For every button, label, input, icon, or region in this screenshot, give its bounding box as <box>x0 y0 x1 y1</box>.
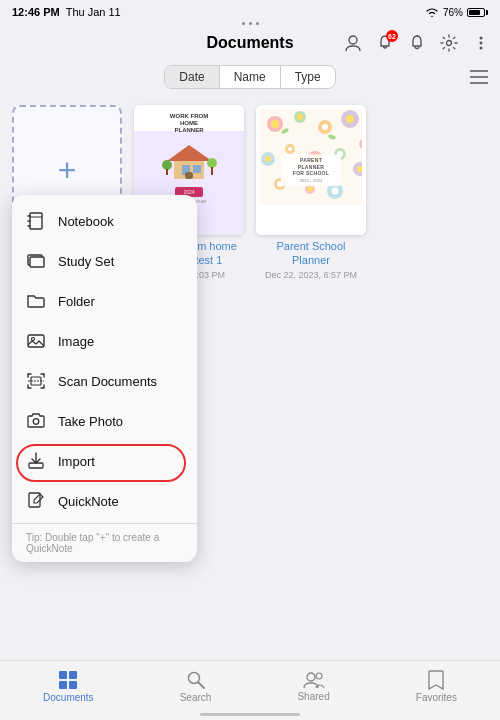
tab-search-label: Search <box>180 692 212 703</box>
profile-icon[interactable] <box>342 32 364 54</box>
svg-rect-48 <box>30 213 42 229</box>
status-bar: 12:46 PM Thu Jan 11 76% <box>0 0 500 24</box>
svg-point-56 <box>32 338 35 341</box>
menu-label-photo: Take Photo <box>58 414 123 429</box>
menu-label-scan: Scan Documents <box>58 374 157 389</box>
psp-floral-bg: PARENTPLANNERFOR SCHOOL 2023 – 2024 <box>260 109 362 231</box>
tab-shared-icon <box>303 671 325 689</box>
svg-point-44 <box>332 188 339 195</box>
status-date: Thu Jan 11 <box>66 6 121 18</box>
psp-year: 2023 – 2024 <box>285 178 337 183</box>
svg-point-0 <box>349 36 357 44</box>
psp-center-label: PARENTPLANNERFOR SCHOOL 2023 – 2024 <box>281 154 341 186</box>
battery-icon <box>467 8 488 17</box>
menu-label-notebook: Notebook <box>58 214 114 229</box>
tab-shared[interactable]: Shared <box>297 671 329 702</box>
svg-point-69 <box>307 673 315 681</box>
battery-percent: 76% <box>443 7 463 18</box>
document-psp[interactable]: PARENTPLANNERFOR SCHOOL 2023 – 2024 Pare… <box>256 105 366 280</box>
svg-line-68 <box>198 683 204 689</box>
wifi-icon <box>425 7 439 17</box>
psp-cover: PARENTPLANNERFOR SCHOOL 2023 – 2024 <box>256 105 366 235</box>
svg-point-30 <box>265 156 271 162</box>
tab-bar: Documents Search Shared Favorites <box>0 660 500 720</box>
wfh-cover-title: WORK FROMHOMEPLANNER <box>170 113 208 135</box>
menu-item-image[interactable]: Image <box>12 321 197 361</box>
tab-documents[interactable]: Documents <box>43 670 94 703</box>
menu-divider <box>12 523 197 524</box>
menu-label-image: Image <box>58 334 94 349</box>
notification-badge: 62 <box>386 30 398 42</box>
folder-icon <box>26 291 46 311</box>
svg-rect-60 <box>29 463 43 468</box>
svg-rect-55 <box>28 335 44 347</box>
header-icons: 62 <box>342 32 492 54</box>
psp-thumbnail: PARENTPLANNERFOR SCHOOL 2023 – 2024 <box>256 105 366 235</box>
menu-item-quicknote[interactable]: QuickNote <box>12 481 197 521</box>
psp-date: Dec 22, 2023, 6:57 PM <box>265 270 357 280</box>
svg-rect-64 <box>69 671 77 679</box>
plus-icon: + <box>58 152 77 189</box>
tab-search[interactable]: Search <box>180 670 212 703</box>
psp-title: Parent School Planner <box>256 239 366 268</box>
svg-point-24 <box>322 124 328 130</box>
settings-icon[interactable] <box>438 32 460 54</box>
header-title: Documents <box>206 34 293 52</box>
tab-favorites[interactable]: Favorites <box>416 670 457 703</box>
tab-date[interactable]: Date <box>165 66 219 88</box>
svg-marker-10 <box>167 145 212 161</box>
svg-point-2 <box>447 41 452 46</box>
status-right-icons: 76% <box>425 7 488 18</box>
menu-item-studyset[interactable]: Study Set <box>12 241 197 281</box>
tab-search-icon <box>186 670 206 690</box>
svg-rect-17 <box>211 167 213 175</box>
svg-point-4 <box>480 42 483 45</box>
tab-documents-icon <box>58 670 78 690</box>
tab-favorites-label: Favorites <box>416 692 457 703</box>
svg-point-59 <box>33 419 39 425</box>
svg-rect-63 <box>59 671 67 679</box>
tab-favorites-icon <box>428 670 444 690</box>
list-view-icon[interactable] <box>470 70 488 84</box>
wfh-house-svg <box>162 137 217 185</box>
filter-tabs: Date Name Type <box>164 65 335 89</box>
tab-type[interactable]: Type <box>281 66 335 88</box>
svg-rect-54 <box>30 257 44 267</box>
menu-label-import: Import <box>58 454 95 469</box>
tab-documents-label: Documents <box>43 692 94 703</box>
menu-item-notebook[interactable]: Notebook <box>12 201 197 241</box>
svg-point-32 <box>288 147 292 151</box>
image-icon <box>26 331 46 351</box>
popup-menu: Notebook Study Set Folder Image <box>12 195 197 562</box>
svg-point-22 <box>297 114 303 120</box>
status-icons: 76% <box>425 7 488 18</box>
svg-rect-65 <box>59 681 67 689</box>
svg-point-67 <box>188 673 199 684</box>
more-icon[interactable] <box>470 32 492 54</box>
svg-point-3 <box>480 37 483 40</box>
camera-icon <box>26 411 46 431</box>
menu-label-studyset: Study Set <box>58 254 114 269</box>
home-indicator <box>200 713 300 716</box>
studyset-icon <box>26 251 46 271</box>
status-time: 12:46 PM <box>12 6 60 18</box>
tab-name[interactable]: Name <box>220 66 281 88</box>
menu-label-quicknote: QuickNote <box>58 494 119 509</box>
menu-item-import[interactable]: Import <box>12 441 197 481</box>
svg-point-20 <box>271 120 279 128</box>
notebook-icon <box>26 211 46 231</box>
svg-rect-66 <box>69 681 77 689</box>
alert-icon[interactable] <box>406 32 428 54</box>
svg-point-26 <box>346 115 354 123</box>
svg-point-42 <box>308 187 313 192</box>
svg-point-70 <box>316 673 322 679</box>
quicknote-icon <box>26 491 46 511</box>
filter-bar: Date Name Type <box>0 61 500 97</box>
menu-item-photo[interactable]: Take Photo <box>12 401 197 441</box>
notification-icon[interactable]: 62 <box>374 32 396 54</box>
import-icon <box>26 451 46 471</box>
svg-rect-12 <box>193 165 201 173</box>
scan-icon <box>26 371 46 391</box>
menu-item-scan[interactable]: Scan Documents <box>12 361 197 401</box>
menu-item-folder[interactable]: Folder <box>12 281 197 321</box>
